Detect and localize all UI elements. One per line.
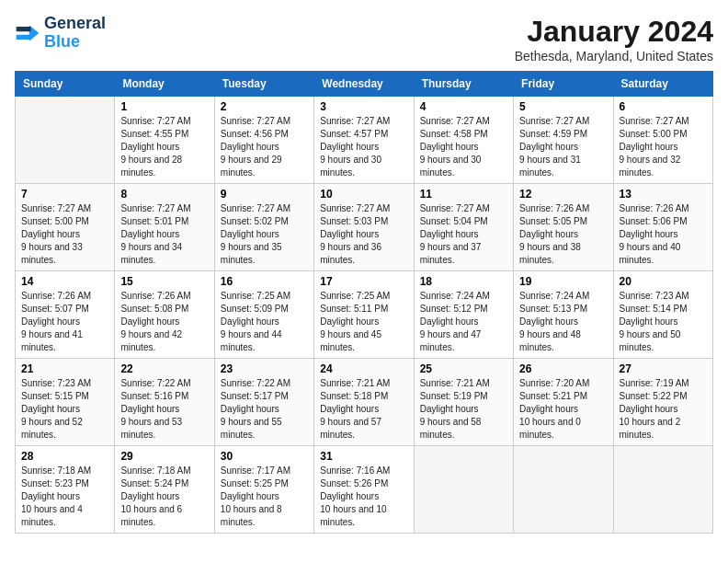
day-number: 22 xyxy=(120,362,208,375)
daylight-label: Daylight hours xyxy=(221,229,279,239)
day-info: Sunrise: 7:26 AMSunset: 5:06 PMDaylight … xyxy=(620,202,707,267)
sunset-label: Sunset: xyxy=(620,304,651,314)
calendar-cell: 20Sunrise: 7:23 AMSunset: 5:14 PMDayligh… xyxy=(613,271,712,359)
col-header-sunday: Sunday xyxy=(16,72,115,97)
sunset-label: Sunset: xyxy=(221,391,252,401)
sunset-label: Sunset: xyxy=(320,216,351,226)
sunset-label: Sunset: xyxy=(320,129,351,139)
daylight-label: Daylight hours xyxy=(221,316,279,327)
sunrise-label: Sunrise: xyxy=(620,291,654,301)
day-info: Sunrise: 7:18 AMSunset: 5:24 PMDaylight … xyxy=(120,465,208,529)
sunrise-label: Sunrise: xyxy=(519,116,553,126)
sunrise-label: Sunrise: xyxy=(120,465,154,476)
calendar-week-2: 7Sunrise: 7:27 AMSunset: 5:00 PMDaylight… xyxy=(16,184,713,271)
col-header-wednesday: Wednesday xyxy=(314,72,414,97)
logo-icon xyxy=(15,20,40,46)
daylight-label: Daylight hours xyxy=(620,316,678,327)
sunrise-label: Sunrise: xyxy=(120,378,154,388)
sunrise-label: Sunrise: xyxy=(420,203,454,213)
calendar-cell: 23Sunrise: 7:22 AMSunset: 5:17 PMDayligh… xyxy=(214,359,313,446)
day-number: 3 xyxy=(320,100,407,113)
daylight-label: Daylight hours xyxy=(620,142,678,152)
calendar-cell: 18Sunrise: 7:24 AMSunset: 5:12 PMDayligh… xyxy=(414,271,513,359)
day-number: 24 xyxy=(320,362,407,375)
day-info: Sunrise: 7:23 AMSunset: 5:14 PMDaylight … xyxy=(620,290,707,354)
day-info: Sunrise: 7:20 AMSunset: 5:21 PMDaylight … xyxy=(519,377,607,442)
sunset-label: Sunset: xyxy=(21,304,52,314)
sunset-label: Sunset: xyxy=(620,129,651,139)
daylight-label: Daylight hours xyxy=(320,142,379,152)
title-area: January 2024 Bethesda, Maryland, United … xyxy=(515,15,713,63)
calendar-cell: 24Sunrise: 7:21 AMSunset: 5:18 PMDayligh… xyxy=(314,359,414,446)
calendar-cell: 31Sunrise: 7:16 AMSunset: 5:26 PMDayligh… xyxy=(314,446,414,534)
day-number: 15 xyxy=(120,275,208,288)
sunset-label: Sunset: xyxy=(221,304,252,314)
day-number: 17 xyxy=(320,275,407,288)
sunset-label: Sunset: xyxy=(21,216,52,226)
calendar-cell xyxy=(414,446,513,534)
day-number: 10 xyxy=(320,188,407,201)
calendar-week-1: 1Sunrise: 7:27 AMSunset: 4:55 PMDaylight… xyxy=(16,97,713,184)
sunrise-label: Sunrise: xyxy=(221,203,255,213)
sunrise-label: Sunrise: xyxy=(420,378,454,388)
day-number: 31 xyxy=(320,450,407,463)
day-info: Sunrise: 7:27 AMSunset: 4:57 PMDaylight … xyxy=(320,115,407,179)
day-info: Sunrise: 7:26 AMSunset: 5:08 PMDaylight … xyxy=(120,290,208,354)
calendar-cell: 19Sunrise: 7:24 AMSunset: 5:13 PMDayligh… xyxy=(514,271,613,359)
calendar-cell xyxy=(514,446,613,534)
day-number: 30 xyxy=(221,450,308,463)
day-info: Sunrise: 7:27 AMSunset: 4:58 PMDaylight … xyxy=(420,115,507,179)
sunrise-label: Sunrise: xyxy=(320,203,354,213)
day-info: Sunrise: 7:23 AMSunset: 5:15 PMDaylight … xyxy=(21,377,108,442)
calendar-cell: 26Sunrise: 7:20 AMSunset: 5:21 PMDayligh… xyxy=(514,359,613,446)
sunset-label: Sunset: xyxy=(120,478,152,488)
daylight-label: Daylight hours xyxy=(21,404,80,414)
sunset-label: Sunset: xyxy=(21,478,52,488)
sunset-label: Sunset: xyxy=(519,391,551,401)
calendar-cell: 29Sunrise: 7:18 AMSunset: 5:24 PMDayligh… xyxy=(115,446,214,534)
daylight-label: Daylight hours xyxy=(21,229,80,239)
sunset-label: Sunset: xyxy=(420,216,451,226)
daylight-label: Daylight hours xyxy=(21,491,80,501)
sunset-label: Sunset: xyxy=(620,216,651,226)
day-info: Sunrise: 7:27 AMSunset: 4:56 PMDaylight … xyxy=(221,115,308,179)
day-number: 21 xyxy=(21,362,108,375)
day-info: Sunrise: 7:19 AMSunset: 5:22 PMDaylight … xyxy=(620,377,707,442)
day-number: 4 xyxy=(420,100,507,113)
day-info: Sunrise: 7:21 AMSunset: 5:18 PMDaylight … xyxy=(320,377,407,442)
sunset-label: Sunset: xyxy=(21,391,52,401)
col-header-friday: Friday xyxy=(514,72,613,97)
sunset-label: Sunset: xyxy=(120,391,152,401)
day-number: 5 xyxy=(519,100,607,113)
day-number: 11 xyxy=(420,188,507,201)
daylight-label: Daylight hours xyxy=(620,229,678,239)
sunrise-label: Sunrise: xyxy=(620,378,654,388)
sunrise-label: Sunrise: xyxy=(620,116,654,126)
calendar-cell: 7Sunrise: 7:27 AMSunset: 5:00 PMDaylight… xyxy=(16,184,115,271)
daylight-label: Daylight hours xyxy=(221,491,279,501)
sunrise-label: Sunrise: xyxy=(21,203,55,213)
calendar-week-3: 14Sunrise: 7:26 AMSunset: 5:07 PMDayligh… xyxy=(16,271,713,359)
daylight-label: Daylight hours xyxy=(519,142,578,152)
day-number: 26 xyxy=(519,362,607,375)
day-info: Sunrise: 7:27 AMSunset: 5:03 PMDaylight … xyxy=(320,202,407,267)
sunset-label: Sunset: xyxy=(420,304,451,314)
day-number: 2 xyxy=(221,100,308,113)
sunset-label: Sunset: xyxy=(120,304,152,314)
daylight-label: Daylight hours xyxy=(21,316,80,327)
daylight-label: Daylight hours xyxy=(120,229,179,239)
sunrise-label: Sunrise: xyxy=(221,378,255,388)
day-number: 28 xyxy=(21,450,108,463)
day-number: 27 xyxy=(620,362,707,375)
sunset-label: Sunset: xyxy=(320,304,351,314)
day-info: Sunrise: 7:26 AMSunset: 5:07 PMDaylight … xyxy=(21,290,108,354)
day-info: Sunrise: 7:24 AMSunset: 5:13 PMDaylight … xyxy=(519,290,607,354)
sunrise-label: Sunrise: xyxy=(420,116,454,126)
calendar-cell: 27Sunrise: 7:19 AMSunset: 5:22 PMDayligh… xyxy=(613,359,712,446)
sunrise-label: Sunrise: xyxy=(221,116,255,126)
daylight-label: Daylight hours xyxy=(221,404,279,414)
sunrise-label: Sunrise: xyxy=(320,465,354,476)
daylight-label: Daylight hours xyxy=(519,229,578,239)
calendar-body: 1Sunrise: 7:27 AMSunset: 4:55 PMDaylight… xyxy=(16,97,713,534)
sunset-label: Sunset: xyxy=(221,129,252,139)
